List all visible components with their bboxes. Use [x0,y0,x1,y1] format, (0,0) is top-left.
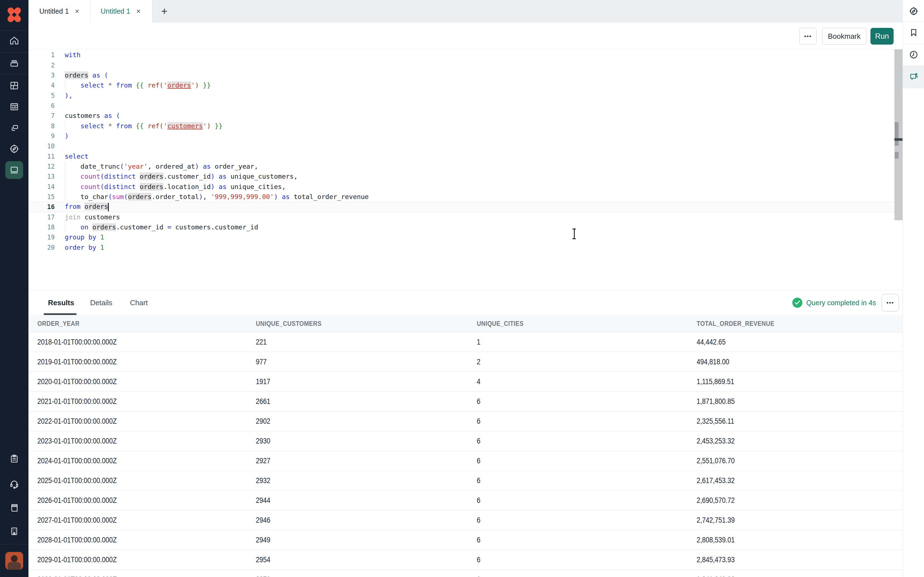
bookmark-button[interactable]: Bookmark [822,28,866,45]
windows-icon[interactable] [9,123,19,133]
table-cell[interactable]: 6 [477,555,696,564]
explore-compass-icon[interactable] [909,6,918,16]
table-cell[interactable]: 2021-01-01T00:00:00.000Z [37,397,256,406]
code-line[interactable]: 15 to_char(sum(orders.order_total), '999… [29,192,895,202]
table-row[interactable]: 2025-01-01T00:00:00.000Z293262,617,453.3… [29,471,903,491]
table-row[interactable]: 2024-01-01T00:00:00.000Z292762,551,076.7… [29,451,903,471]
table-row[interactable]: 2030-01-01T00:00:00.000Z287961,841,049.3… [29,570,903,577]
hex-logo[interactable] [0,0,29,29]
table-cell[interactable]: 1,841,049.32 [696,575,903,577]
tab-chart[interactable]: Chart [130,290,148,315]
tab-untitled-1-active[interactable]: Untitled 1 × [90,0,152,23]
more-options-button[interactable]: ••• [799,28,817,45]
close-icon[interactable]: × [136,7,141,16]
table-cell[interactable]: 6 [477,535,696,545]
table-cell[interactable]: 1,871,800.85 [696,397,903,406]
code-line[interactable]: 1with [29,50,895,60]
table-cell[interactable]: 2025-01-01T00:00:00.000Z [37,476,256,485]
bookmark-icon[interactable] [909,28,918,37]
code-line[interactable]: 5), [29,90,895,100]
table-cell[interactable]: 2,808,539.01 [696,535,903,545]
table-cell[interactable]: 2902 [256,417,477,425]
computer-active-item[interactable] [5,161,23,179]
clipboard-icon[interactable] [9,454,19,464]
table-cell[interactable]: 2949 [256,535,477,545]
scrollbar-thumb[interactable] [895,122,899,146]
column-header[interactable]: ORDER_YEAR [37,320,256,327]
apps-grid-icon[interactable] [9,81,19,90]
table-cell[interactable]: 2930 [256,437,477,445]
support-headset-icon[interactable] [9,479,19,489]
scrollbar-thumb-small[interactable] [895,152,899,159]
table-cell[interactable]: 2026-01-01T00:00:00.000Z [37,496,256,505]
table-cell[interactable]: 977 [256,357,477,366]
table-cell[interactable]: 2024-01-01T00:00:00.000Z [37,456,256,465]
docs-book-icon[interactable] [9,503,19,513]
table-cell[interactable]: 2023-01-01T00:00:00.000Z [37,437,256,445]
table-cell[interactable]: 494,818.00 [696,357,903,366]
editor-scrollbar[interactable] [895,49,903,220]
table-cell[interactable]: 2,551,076.70 [696,456,903,465]
table-cell[interactable]: 1917 [256,377,477,386]
table-cell[interactable]: 6 [477,417,696,425]
table-cell[interactable]: 2879 [256,575,477,577]
sql-editor[interactable]: 1with23orders as (4 select * from {{ ref… [29,49,895,290]
table-row[interactable]: 2029-01-01T00:00:00.000Z295462,845,473.9… [29,550,903,570]
table-cell[interactable]: 1 [477,338,696,347]
code-line[interactable]: 12 date_trunc('year', ordered_at) as ord… [29,161,895,171]
user-avatar[interactable] [5,552,23,570]
table-cell[interactable]: 2946 [256,516,477,525]
table-cell[interactable]: 2932 [256,476,477,485]
table-cell[interactable]: 221 [256,338,477,347]
table-cell[interactable]: 2927 [256,456,477,465]
table-cell[interactable]: 4 [477,377,696,386]
run-button[interactable]: Run [871,28,893,45]
table-cell[interactable]: 2019-01-01T00:00:00.000Z [37,357,256,366]
code-line[interactable]: 4 select * from {{ ref('orders') }} [29,80,895,90]
code-line[interactable]: 19group by 1 [29,232,895,242]
tab-results[interactable]: Results [48,290,74,315]
table-cell[interactable]: 2661 [256,397,477,406]
table-cell[interactable]: 1,115,869.51 [696,377,903,386]
results-more-button[interactable]: ••• [882,294,899,311]
table-row[interactable]: 2026-01-01T00:00:00.000Z294462,690,570.7… [29,491,903,510]
table-cell[interactable]: 6 [477,437,696,445]
code-line[interactable]: 20order by 1 [29,242,895,253]
table-cell[interactable]: 2 [477,357,696,366]
table-row[interactable]: 2022-01-01T00:00:00.000Z290262,325,556.1… [29,411,903,431]
home-icon[interactable] [9,35,19,46]
code-line[interactable]: 6 [29,101,895,111]
table-cell[interactable]: 2,690,570.72 [696,496,903,505]
table-cell[interactable]: 6 [477,476,696,485]
table-cell[interactable]: 2029-01-01T00:00:00.000Z [37,555,256,564]
table-cell[interactable]: 2,742,751.39 [696,516,903,525]
table-row[interactable]: 2027-01-01T00:00:00.000Z294662,742,751.3… [29,510,903,530]
organization-building-icon[interactable] [9,526,19,536]
projects-drawer-icon[interactable] [9,58,19,68]
ai-chat-active-item[interactable] [903,66,924,88]
tab-untitled-1[interactable]: Untitled 1 × [29,0,90,23]
tab-details[interactable]: Details [90,290,112,315]
code-line[interactable]: 14 count(distinct orders.location_id) as… [29,182,895,192]
table-cell[interactable]: 2,617,453.32 [696,476,903,485]
table-cell[interactable]: 2027-01-01T00:00:00.000Z [37,516,256,525]
column-header[interactable]: TOTAL_ORDER_REVENUE [696,320,903,327]
code-line[interactable]: 10 [29,141,895,151]
table-cell[interactable]: 2030-01-01T00:00:00.000Z [37,575,256,577]
table-cell[interactable]: 2028-01-01T00:00:00.000Z [37,535,256,545]
close-icon[interactable]: × [75,7,79,16]
code-line[interactable]: 18 on orders.customer_id = customers.cus… [29,222,895,232]
table-row[interactable]: 2018-01-01T00:00:00.000Z221144,442.65 [29,332,903,352]
table-row[interactable]: 2028-01-01T00:00:00.000Z294962,808,539.0… [29,530,903,550]
history-clock-icon[interactable] [909,50,918,60]
table-cell[interactable]: 2,325,556.11 [696,417,903,425]
code-line[interactable]: 11select [29,151,895,161]
table-row[interactable]: 2023-01-01T00:00:00.000Z293062,453,253.3… [29,431,903,451]
table-cell[interactable]: 2022-01-01T00:00:00.000Z [37,417,256,425]
code-line[interactable]: 13 count(distinct orders.customer_id) as… [29,171,895,182]
table-cell[interactable]: 2954 [256,555,477,564]
code-window-icon[interactable] [9,102,19,112]
table-cell[interactable]: 2,845,473.93 [696,555,903,564]
table-cell[interactable]: 6 [477,516,696,525]
code-line[interactable]: 8 select * from {{ ref('customers') }} [29,121,895,131]
